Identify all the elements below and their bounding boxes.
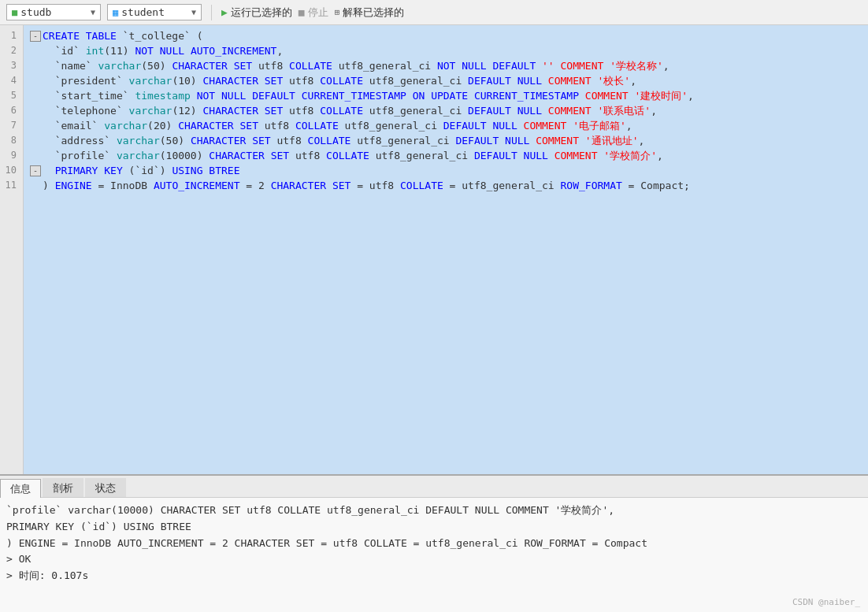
db-dropdown-arrow: ▼ — [91, 8, 95, 17]
table-name: student — [121, 6, 188, 18]
line-num-9: 9 — [0, 148, 20, 163]
table-icon: ▦ — [113, 7, 118, 18]
line-num-6: 6 — [0, 103, 20, 118]
db-selector[interactable]: ■ studb ▼ — [6, 4, 101, 20]
line-num-4: 4 — [0, 73, 20, 88]
code-line-11: ) ENGINE = InnoDB AUTO_INCREMENT = 2 CHA… — [30, 178, 862, 193]
line-num-7: 7 — [0, 118, 20, 133]
watermark: CSDN @naiber_ — [792, 597, 860, 607]
line-num-1: 1 — [0, 28, 20, 43]
line-num-2: 2 — [0, 43, 20, 58]
code-line-4: `president` varchar(10) CHARACTER SET ut… — [30, 73, 862, 88]
bottom-line-2: PRIMARY KEY (`id`) USING BTREE — [6, 519, 862, 536]
line-numbers: 1 2 3 4 5 6 7 8 9 10 11 — [0, 25, 24, 474]
sql-editor[interactable]: -CREATE TABLE `t_college` ( `id` int(11)… — [24, 25, 868, 474]
code-line-7: `email` varchar(20) CHARACTER SET utf8 C… — [30, 118, 862, 133]
db-icon: ■ — [12, 7, 17, 18]
code-line-1: -CREATE TABLE `t_college` ( — [30, 28, 862, 43]
table-selector[interactable]: ▦ student ▼ — [107, 4, 202, 20]
bottom-line-3: ) ENGINE = InnoDB AUTO_INCREMENT = 2 CHA… — [6, 536, 862, 552]
db-name: studb — [20, 6, 87, 18]
main-content: 1 2 3 4 5 6 7 8 9 10 11 -CREATE TABLE `t… — [0, 25, 868, 474]
explain-button[interactable]: ⊞ 解释已选择的 — [335, 6, 405, 20]
line-num-11: 11 — [0, 178, 20, 193]
run-button[interactable]: ▶ 运行已选择的 — [221, 6, 292, 20]
explain-label: 解释已选择的 — [343, 6, 404, 20]
table-dropdown-arrow: ▼ — [191, 8, 196, 17]
bottom-content: `profile` varchar(10000) CHARACTER SET u… — [0, 498, 868, 612]
bottom-line-1: `profile` varchar(10000) CHARACTER SET u… — [6, 503, 862, 519]
explain-icon: ⊞ — [335, 7, 340, 17]
code-line-6: `telephone` varchar(12) CHARACTER SET ut… — [30, 103, 862, 118]
code-line-3: `name` varchar(50) CHARACTER SET utf8 CO… — [30, 58, 862, 73]
bottom-panel: 信息 剖析 状态 `profile` varchar(10000) CHARAC… — [0, 474, 868, 612]
code-line-9: `profile` varchar(10000) CHARACTER SET u… — [30, 148, 862, 163]
bottom-line-4: > OK — [6, 551, 862, 568]
line-num-5: 5 — [0, 88, 20, 103]
fold-marker-1[interactable]: - — [30, 31, 41, 42]
stop-button[interactable]: ■ 停止 — [299, 6, 328, 20]
code-line-5: `start_time` timestamp NOT NULL DEFAULT … — [30, 88, 862, 103]
code-line-8: `address` varchar(50) CHARACTER SET utf8… — [30, 133, 862, 148]
tab-info[interactable]: 信息 — [0, 479, 41, 498]
fold-marker-10[interactable]: - — [30, 165, 41, 176]
run-label: 运行已选择的 — [231, 6, 292, 20]
line-num-8: 8 — [0, 133, 20, 148]
bottom-tabs: 信息 剖析 状态 — [0, 476, 868, 498]
tab-profiling[interactable]: 剖析 — [43, 478, 83, 497]
stop-label: 停止 — [308, 6, 328, 20]
tab-status[interactable]: 状态 — [85, 478, 126, 497]
run-icon: ▶ — [221, 6, 228, 18]
bottom-line-5: > 时间: 0.107s — [6, 568, 862, 584]
line-num-3: 3 — [0, 58, 20, 73]
toolbar: ■ studb ▼ ▦ student ▼ ▶ 运行已选择的 ■ 停止 ⊞ 解释… — [0, 0, 868, 25]
code-line-10: - PRIMARY KEY (`id`) USING BTREE — [30, 163, 862, 178]
stop-icon: ■ — [299, 6, 305, 18]
code-line-2: `id` int(11) NOT NULL AUTO_INCREMENT, — [30, 43, 862, 58]
separator-1 — [211, 5, 212, 20]
line-num-10: 10 — [0, 163, 20, 178]
